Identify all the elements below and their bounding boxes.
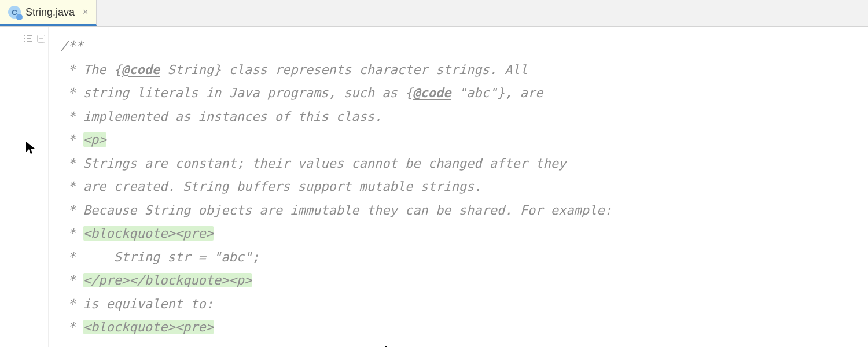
code-line: * </pre></blockquote><p> xyxy=(60,269,859,293)
code-line: * is equivalent to: xyxy=(60,293,859,316)
close-icon[interactable]: × xyxy=(83,8,88,17)
tab-label: String.java xyxy=(25,6,75,19)
code-area[interactable]: /** * The {@code String} class represent… xyxy=(49,27,868,347)
code-line: * are created. String buffers support mu… xyxy=(60,175,859,199)
svg-rect-4 xyxy=(24,41,25,42)
code-line: * string literals in Java programs, such… xyxy=(60,82,859,105)
code-line: * Strings are constant; their values can… xyxy=(60,152,859,176)
svg-rect-3 xyxy=(27,38,31,39)
editor: /** * The {@code String} class represent… xyxy=(0,27,868,347)
mouse-cursor-icon xyxy=(25,141,36,155)
code-line: * <p> xyxy=(60,128,859,152)
code-line: * <blockquote><pre> xyxy=(60,316,859,339)
code-line: * The {@code String} class represents ch… xyxy=(60,58,859,82)
fold-toggle-icon[interactable] xyxy=(37,35,45,43)
svg-rect-1 xyxy=(27,35,32,36)
code-line: /** xyxy=(60,35,859,58)
svg-rect-2 xyxy=(24,38,25,39)
editor-tab[interactable]: C String.java × xyxy=(0,0,97,26)
class-file-icon: C xyxy=(8,6,21,19)
svg-rect-7 xyxy=(39,38,43,39)
list-icon[interactable] xyxy=(24,35,34,43)
svg-rect-5 xyxy=(27,41,32,42)
gutter[interactable] xyxy=(0,27,49,347)
code-line: * Because String objects are immutable t… xyxy=(60,199,859,223)
code-line: * implemented as instances of this class… xyxy=(60,105,859,129)
code-line: * <blockquote><pre> xyxy=(60,222,859,246)
code-line: * String str = "abc"; xyxy=(60,246,859,270)
tab-bar: C String.java × xyxy=(0,0,868,27)
svg-rect-0 xyxy=(24,35,25,36)
